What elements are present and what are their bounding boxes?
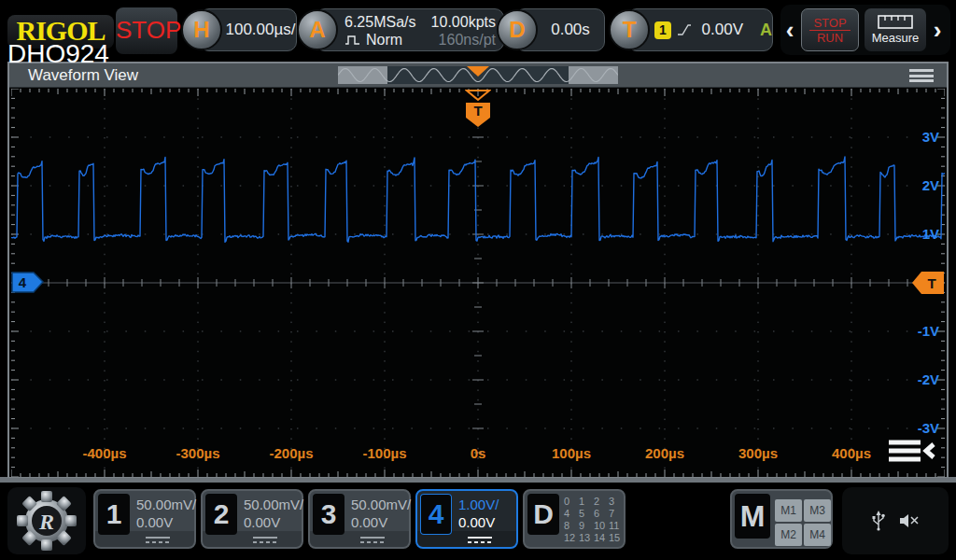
digital-channel-number: 0	[564, 496, 579, 508]
volt-scale-label: 3V	[893, 129, 939, 145]
digital-channel-number: 1	[579, 496, 594, 508]
acquisition-pill[interactable]: 6.25MSa/s Norm 10.00kpts 160ns/pt	[316, 8, 504, 51]
channel4-scale: 1.00V/	[458, 496, 499, 513]
svg-text:4: 4	[19, 274, 27, 290]
gear-icon: R	[15, 489, 78, 553]
run-status-indicator[interactable]: STOP	[116, 7, 177, 54]
digital-channel-number: 7	[609, 508, 624, 520]
sample-rate: 6.25MSa/s	[344, 13, 415, 31]
a-knob[interactable]: A	[297, 9, 338, 50]
svg-text:T: T	[473, 103, 482, 119]
dc-coupling-icon	[146, 537, 170, 543]
oscilloscope-screen: RIGOL STOP 100.00µs/ H 6.25MSa/s Norm 10…	[0, 0, 956, 560]
digital-channels-card[interactable]: D 0123456789101112131415	[523, 489, 626, 549]
waveform-view-panel: Waveform View	[7, 62, 949, 478]
nav-right-chevron[interactable]: ›	[932, 7, 943, 53]
volt-scale-label: 2V	[893, 177, 939, 193]
channel3-scale: 50.00mV/	[351, 496, 411, 513]
speaker-muted-icon	[899, 513, 920, 528]
measure-button[interactable]: Measure	[865, 8, 926, 51]
time-scale-label: -100µs	[353, 445, 416, 461]
math3-button[interactable]: M3	[804, 499, 831, 522]
svg-text:T: T	[927, 275, 935, 291]
memory-depth: 10.00kpts	[431, 13, 496, 31]
acq-mode: Norm	[366, 31, 402, 49]
time-scale-label: -200µs	[260, 445, 323, 461]
volt-scale-label: -3V	[893, 420, 939, 436]
channel3-offset: 0.00V	[351, 513, 411, 531]
trigger-position-marker[interactable]: T	[465, 89, 491, 128]
digital-channel-number: 9	[579, 520, 594, 532]
stop-label: STOP	[809, 16, 851, 31]
digital-channel-number: 11	[609, 520, 624, 532]
measure-label: Measure	[872, 31, 920, 45]
menu-collapse-icon[interactable]	[887, 438, 935, 466]
channel2-offset: 0.00V	[244, 513, 303, 531]
time-scale-label: 300µs	[726, 445, 790, 461]
math1-button[interactable]: M1	[775, 499, 802, 522]
channel4-offset: 0.00V	[458, 513, 499, 531]
channel4-ground-marker[interactable]: 4	[11, 272, 45, 293]
delay-value: 0.00s	[551, 21, 590, 38]
channel2-number: 2	[205, 494, 237, 535]
channel1-card[interactable]: 1 50.00mV/ 0.00V	[93, 489, 196, 549]
horizontal-position-indicator[interactable]	[338, 66, 618, 84]
math-card[interactable]: M M1 M2 M3 M4	[730, 489, 833, 549]
channel3-number: 3	[313, 494, 344, 535]
hamburger-menu-icon[interactable]	[909, 69, 934, 82]
digital-channel-number: 4	[564, 508, 579, 520]
time-scale-label: 0s	[446, 445, 510, 461]
top-bar: RIGOL STOP 100.00µs/ H 6.25MSa/s Norm 10…	[0, 0, 956, 60]
d-knob[interactable]: D	[497, 9, 538, 50]
trigger-level-marker[interactable]: T	[911, 271, 945, 295]
channel1-scale: 50.00mV/	[136, 496, 196, 513]
channel1-offset: 0.00V	[136, 513, 196, 531]
rigol-gear-logo[interactable]: R	[7, 487, 86, 554]
digital-channel-number: 12	[564, 532, 579, 544]
digital-channel-number: 8	[564, 520, 579, 532]
dc-coupling-icon	[468, 537, 492, 543]
digital-channel-number: 10	[594, 520, 609, 532]
digital-channel-number: 6	[594, 508, 609, 520]
pulse-icon	[344, 34, 361, 46]
time-scale-label: 400µs	[820, 445, 883, 461]
digital-channel-number: 15	[609, 532, 624, 544]
bottom-bar: R 1 50.00mV/ 0.00V 2 50.00mV/ 0.00V 3	[0, 483, 956, 560]
sine-preview-icon	[338, 66, 618, 84]
quick-menu-cluster: ‹ STOP RUN Measure ›	[780, 5, 950, 55]
rising-slope-icon	[677, 22, 691, 37]
stop-run-button[interactable]: STOP RUN	[801, 8, 859, 51]
volt-scale-label: -1V	[893, 323, 939, 339]
run-label: RUN	[809, 31, 851, 45]
dc-coupling-icon	[360, 537, 385, 543]
h-scale-value: 100.00µs/	[225, 21, 295, 38]
math4-button[interactable]: M4	[804, 524, 831, 546]
ruler-icon	[878, 15, 913, 29]
channel4-number: 4	[420, 494, 452, 535]
model-label: DHO924	[7, 39, 109, 69]
time-scale-label: 100µs	[540, 445, 603, 461]
panel-header: Waveform View	[9, 63, 947, 88]
math-card-label: M	[735, 494, 770, 539]
digital-channel-number: 14	[594, 532, 609, 544]
trigger-source-badge: 1	[654, 21, 671, 39]
math2-button[interactable]: M2	[775, 524, 802, 546]
panel-title: Waveform View	[28, 66, 138, 85]
channel4-trace	[11, 157, 945, 243]
digital-channel-number: 2	[594, 496, 609, 508]
channel2-card[interactable]: 2 50.00mV/ 0.00V	[201, 489, 303, 549]
time-scale-label: -400µs	[73, 445, 136, 461]
trigger-level-value: 0.00V	[702, 21, 743, 39]
dc-coupling-icon	[253, 537, 277, 543]
volt-scale-label: -2V	[893, 371, 939, 387]
channel4-card[interactable]: 4 1.00V/ 0.00V	[415, 489, 518, 549]
graticule-grid	[11, 89, 945, 477]
channel1-number: 1	[98, 494, 130, 535]
volt-scale-label: 1V	[893, 226, 939, 242]
nav-left-chevron[interactable]: ‹	[784, 7, 795, 53]
sample-interval: 160ns/pt	[431, 31, 496, 49]
h-knob[interactable]: H	[181, 9, 222, 50]
t-knob[interactable]: T	[609, 9, 650, 50]
channel3-card[interactable]: 3 50.00mV/ 0.00V	[308, 489, 411, 549]
usb-icon	[871, 511, 886, 531]
